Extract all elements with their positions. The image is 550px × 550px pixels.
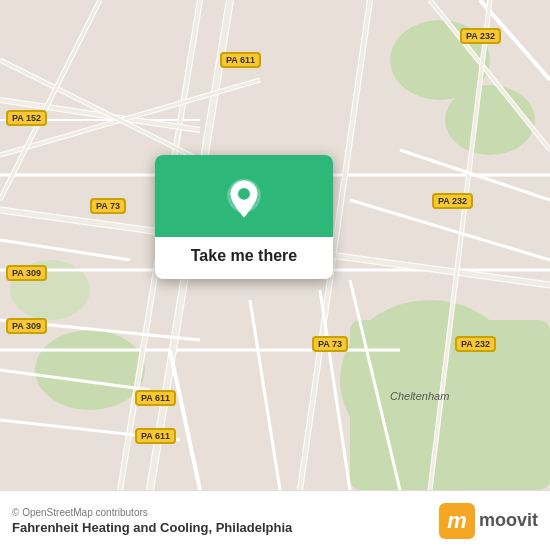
road-label-pa611-bot: PA 611 bbox=[135, 428, 176, 444]
svg-point-45 bbox=[238, 188, 250, 200]
card-header bbox=[155, 155, 333, 237]
svg-text:Cheltenham: Cheltenham bbox=[390, 390, 449, 402]
road-label-pa73-left: PA 73 bbox=[90, 198, 126, 214]
map-container: Cheltenham PA 611 PA 232 PA 152 PA 73 PA… bbox=[0, 0, 550, 490]
copyright-text: © OpenStreetMap contributors bbox=[12, 507, 292, 518]
take-me-there-card: Take me there bbox=[155, 155, 333, 279]
card-body: Take me there bbox=[175, 237, 313, 279]
take-me-there-button[interactable]: Take me there bbox=[191, 247, 297, 265]
road-label-pa232-bot: PA 232 bbox=[455, 336, 496, 352]
bottom-bar: © OpenStreetMap contributors Fahrenheit … bbox=[0, 490, 550, 550]
road-label-pa611-mid: PA 611 bbox=[135, 390, 176, 406]
road-label-pa232-top: PA 232 bbox=[460, 28, 501, 44]
location-name: Fahrenheit Heating and Cooling, Philadel… bbox=[12, 520, 292, 535]
moovit-text: moovit bbox=[479, 510, 538, 531]
svg-point-4 bbox=[35, 330, 145, 410]
road-label-pa73-right: PA 73 bbox=[312, 336, 348, 352]
road-label-pa309-bot: PA 309 bbox=[6, 318, 47, 334]
road-label-pa232-mid: PA 232 bbox=[432, 193, 473, 209]
location-pin-icon bbox=[222, 177, 266, 221]
road-label-pa152: PA 152 bbox=[6, 110, 47, 126]
road-label-pa309-top: PA 309 bbox=[6, 265, 47, 281]
moovit-logo: m moovit bbox=[439, 503, 538, 539]
bottom-left-info: © OpenStreetMap contributors Fahrenheit … bbox=[12, 507, 292, 535]
road-label-pa611-top: PA 611 bbox=[220, 52, 261, 68]
moovit-m-icon: m bbox=[439, 503, 475, 539]
